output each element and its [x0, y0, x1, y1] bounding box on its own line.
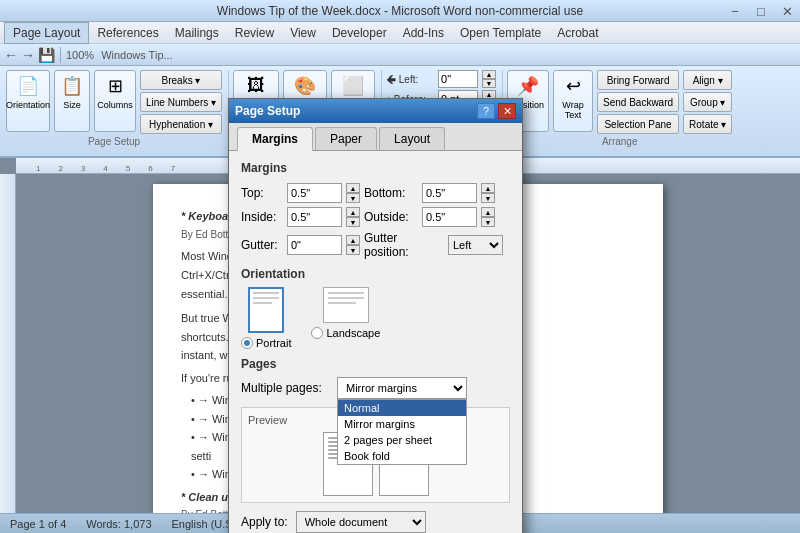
dialog-help-button[interactable]: ? [477, 103, 495, 119]
top-field-wrap: Top: ▲ ▼ Bottom: ▲ ▼ [241, 183, 495, 203]
bottom-input[interactable] [422, 183, 477, 203]
pages-row: Multiple pages: Normal Mirror margins 2 … [241, 377, 510, 399]
dialog-title-buttons: ? ✕ [477, 103, 516, 119]
outside-down[interactable]: ▼ [481, 217, 495, 227]
outside-input[interactable] [422, 207, 477, 227]
outside-label: Outside: [364, 210, 418, 224]
bottom-up[interactable]: ▲ [481, 183, 495, 193]
landscape-option[interactable]: Landscape [311, 287, 380, 349]
dialog-close-button[interactable]: ✕ [498, 103, 516, 119]
gutter-label: Gutter: [241, 238, 283, 252]
multiple-pages-select[interactable]: Normal Mirror margins 2 pages per sheet … [337, 377, 467, 399]
bottom-label: Bottom: [364, 186, 418, 200]
gutter-pos-label: Gutter position: [364, 231, 444, 259]
top-label: Top: [241, 186, 283, 200]
portrait-radio[interactable] [241, 337, 253, 349]
orientation-options: Portrait Landscape [241, 287, 510, 349]
margins-row2: Inside: ▲ ▼ Outside: ▲ ▼ [241, 207, 510, 227]
dialog-titlebar: Page Setup ? ✕ [229, 99, 522, 123]
top-input[interactable] [287, 183, 342, 203]
page-setup-dialog: Page Setup ? ✕ Margins Paper Layout Marg… [228, 98, 523, 533]
landscape-label: Landscape [326, 327, 380, 339]
inside-up[interactable]: ▲ [346, 207, 360, 217]
margins-row3: Gutter: ▲ ▼ Gutter position: Left Top [241, 231, 510, 259]
dropdown-item-normal[interactable]: Normal [338, 400, 466, 416]
margins-row1: Top: ▲ ▼ Bottom: ▲ ▼ [241, 183, 510, 203]
pages-section-label: Pages [241, 357, 510, 371]
landscape-radio-row: Landscape [311, 327, 380, 339]
inside-input[interactable] [287, 207, 342, 227]
apply-label: Apply to: [241, 515, 288, 529]
gutter-input[interactable] [287, 235, 342, 255]
portrait-label: Portrait [256, 337, 291, 349]
bottom-spin: ▲ ▼ [481, 183, 495, 203]
top-down[interactable]: ▼ [346, 193, 360, 203]
tab-margins[interactable]: Margins [237, 127, 313, 151]
modal-overlay: Page Setup ? ✕ Margins Paper Layout Marg… [0, 0, 800, 533]
dialog-body: Margins Top: ▲ ▼ Bottom: ▲ [229, 151, 522, 533]
inside-down[interactable]: ▼ [346, 217, 360, 227]
landscape-icon [323, 287, 369, 323]
gutter-down[interactable]: ▼ [346, 245, 360, 255]
multiple-pages-label: Multiple pages: [241, 381, 331, 395]
top-up[interactable]: ▲ [346, 183, 360, 193]
portrait-icon [248, 287, 284, 333]
portrait-radio-row: Portrait [241, 337, 291, 349]
gutter-pos-select[interactable]: Left Top [448, 235, 503, 255]
top-spin: ▲ ▼ [346, 183, 360, 203]
inside-spin: ▲ ▼ [346, 207, 360, 227]
bottom-down[interactable]: ▼ [481, 193, 495, 203]
dialog-tabs: Margins Paper Layout [229, 123, 522, 151]
tab-paper[interactable]: Paper [315, 127, 377, 150]
margins-fields: Top: ▲ ▼ Bottom: ▲ ▼ [241, 183, 510, 259]
outside-spin: ▲ ▼ [481, 207, 495, 227]
tab-layout[interactable]: Layout [379, 127, 445, 150]
inside-label: Inside: [241, 210, 283, 224]
gutter-spin: ▲ ▼ [346, 235, 360, 255]
portrait-option[interactable]: Portrait [241, 287, 291, 349]
multiple-pages-dropdown-open: Normal Mirror margins 2 pages per sheet … [337, 399, 467, 465]
apply-select[interactable]: Whole document This section [296, 511, 426, 533]
dialog-title: Page Setup [235, 104, 300, 118]
multiple-pages-dropdown-wrap: Normal Mirror margins 2 pages per sheet … [337, 377, 510, 399]
apply-to-row: Apply to: Whole document This section [241, 511, 510, 533]
margins-section-label: Margins [241, 161, 510, 175]
dropdown-item-2pages[interactable]: 2 pages per sheet [338, 432, 466, 448]
outside-up[interactable]: ▲ [481, 207, 495, 217]
orientation-section-label: Orientation [241, 267, 510, 281]
landscape-radio[interactable] [311, 327, 323, 339]
dropdown-item-bookfold[interactable]: Book fold [338, 448, 466, 464]
gutter-up[interactable]: ▲ [346, 235, 360, 245]
dropdown-item-mirror[interactable]: Mirror margins [338, 416, 466, 432]
